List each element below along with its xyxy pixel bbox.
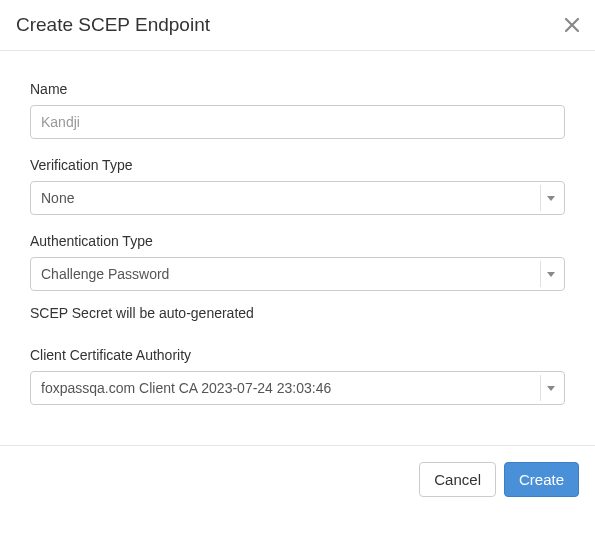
name-group: Name xyxy=(30,81,565,139)
client-ca-value: foxpassqa.com Client CA 2023-07-24 23:03… xyxy=(41,380,331,396)
modal-body: Name Verification Type None Authenticati… xyxy=(0,51,595,435)
caret-down-icon xyxy=(540,185,560,211)
close-icon xyxy=(565,18,579,32)
verification-type-select[interactable]: None xyxy=(30,181,565,215)
cancel-button[interactable]: Cancel xyxy=(419,462,496,497)
authentication-type-label: Authentication Type xyxy=(30,233,565,249)
authentication-type-help: SCEP Secret will be auto-generated xyxy=(30,305,565,321)
name-label: Name xyxy=(30,81,565,97)
create-scep-endpoint-modal: Create SCEP Endpoint Name Verification T… xyxy=(0,0,595,513)
caret-down-icon xyxy=(540,375,560,401)
caret-down-icon xyxy=(540,261,560,287)
client-ca-group: Client Certificate Authority foxpassqa.c… xyxy=(30,347,565,405)
verification-type-value: None xyxy=(41,190,74,206)
authentication-type-select[interactable]: Challenge Password xyxy=(30,257,565,291)
modal-footer: Cancel Create xyxy=(0,445,595,513)
authentication-type-value: Challenge Password xyxy=(41,266,169,282)
name-input[interactable] xyxy=(30,105,565,139)
modal-title: Create SCEP Endpoint xyxy=(16,14,210,36)
modal-header: Create SCEP Endpoint xyxy=(0,0,595,51)
create-button[interactable]: Create xyxy=(504,462,579,497)
close-button[interactable] xyxy=(565,18,579,32)
authentication-type-group: Authentication Type Challenge Password S… xyxy=(30,233,565,321)
verification-type-label: Verification Type xyxy=(30,157,565,173)
client-ca-select[interactable]: foxpassqa.com Client CA 2023-07-24 23:03… xyxy=(30,371,565,405)
verification-type-group: Verification Type None xyxy=(30,157,565,215)
client-ca-label: Client Certificate Authority xyxy=(30,347,565,363)
